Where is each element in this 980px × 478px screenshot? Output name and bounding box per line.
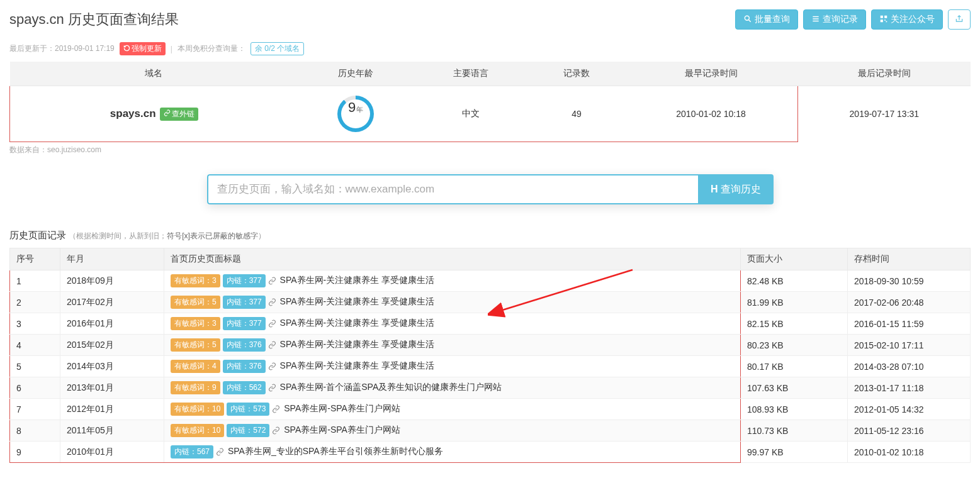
page-title-link[interactable]: SPA养生网-关注健康养生 享受健康生活: [280, 318, 435, 328]
cell-size: 80.23 KB: [741, 335, 848, 356]
records-subtitle-pre: （根据检测时间，从新到旧；: [69, 231, 167, 240]
domain-name: spays.cn: [110, 108, 156, 120]
cell-archived: 2017-02-06 20:48: [848, 292, 971, 313]
cell-no: 6: [10, 377, 60, 399]
age-unit: 年: [356, 105, 363, 114]
cell-ym: 2016年01月: [60, 313, 164, 335]
search-icon: [743, 14, 752, 25]
cell-title: 内链：567 SPA养生网_专业的SPA养生平台引领养生新时代心服务: [164, 442, 741, 463]
force-refresh-button[interactable]: 强制更新: [120, 42, 166, 55]
page-title-link[interactable]: SPA养生网-SPA养生门户网站: [284, 403, 400, 413]
cell-ym: 2011年05月: [60, 420, 164, 442]
follow-wechat-label: 关注公众号: [891, 14, 935, 25]
link-icon: [268, 339, 276, 349]
search-history-label: 查询历史: [721, 183, 761, 196]
cell-size: 107.63 KB: [741, 377, 848, 399]
last-updated-label: 最后更新于：2019-09-01 17:19: [9, 43, 115, 54]
cell-no: 5: [10, 356, 60, 377]
internal-links-tag: 内链：573: [227, 403, 269, 416]
last-record-time: 2019-07-17 13:31: [797, 86, 971, 142]
cell-no: 9: [10, 442, 60, 463]
free-queries-label: 本周免积分查询量：: [177, 43, 245, 54]
col-ym: 年月: [60, 248, 164, 270]
search-history-button[interactable]: H 查询历史: [698, 174, 774, 204]
cell-ym: 2018年09月: [60, 270, 164, 292]
cell-archived: 2013-01-17 11:18: [848, 377, 971, 399]
sensitive-words-tag: 有敏感词：9: [171, 381, 220, 394]
cell-title: 有敏感词：10内链：573 SPA养生网-SPA养生门户网站: [164, 399, 741, 420]
cell-ym: 2015年02月: [60, 335, 164, 356]
table-row: 72012年01月有敏感词：10内链：573 SPA养生网-SPA养生门户网站1…: [10, 399, 971, 420]
cell-ym: 2017年02月: [60, 292, 164, 313]
internal-links-tag: 内链：562: [223, 381, 266, 394]
svg-rect-9: [886, 21, 887, 22]
list-icon: [811, 14, 820, 25]
external-links-button[interactable]: 查外链: [160, 108, 198, 121]
page-title: spays.cn 历史页面查询结果: [9, 10, 179, 29]
svg-rect-5: [881, 15, 883, 18]
cell-no: 4: [10, 335, 60, 356]
cell-no: 1: [10, 270, 60, 292]
summary-row: spays.cn 查外链 9 年: [10, 86, 971, 142]
cell-no: 8: [10, 420, 60, 442]
summary-table: 域名 历史年龄 主要语言 记录数 最早记录时间 最后记录时间 spays.cn: [9, 62, 971, 142]
sensitive-words-tag: 有敏感词：4: [171, 360, 220, 373]
internal-links-tag: 内链：376: [223, 360, 266, 373]
col-age: 历史年龄: [298, 62, 413, 86]
link-icon: [268, 275, 276, 285]
sensitive-words-tag: 有敏感词：3: [171, 317, 220, 330]
cell-archived: 2016-01-15 11:59: [848, 313, 971, 335]
page-title-link[interactable]: SPA养生网-关注健康养生 享受健康生活: [280, 296, 435, 306]
cell-size: 81.99 KB: [741, 292, 848, 313]
page-title-link[interactable]: SPA养生网-关注健康养生 享受健康生活: [280, 360, 435, 370]
query-history-label: 查询记录: [823, 14, 858, 25]
follow-wechat-button[interactable]: 关注公众号: [871, 9, 943, 30]
cell-no: 7: [10, 399, 60, 420]
cell-size: 80.17 KB: [741, 356, 848, 377]
col-size: 页面大小: [741, 248, 848, 270]
separator: |: [171, 45, 172, 53]
col-archived: 存档时间: [848, 248, 971, 270]
page-title-link[interactable]: SPA养生网_专业的SPA养生平台引领养生新时代心服务: [228, 446, 443, 456]
svg-point-0: [745, 16, 749, 20]
cell-ym: 2012年01月: [60, 399, 164, 420]
page-title-link[interactable]: SPA养生网-关注健康养生 享受健康生活: [280, 275, 435, 285]
cell-title: 有敏感词：9内链：562 SPA养生网-首个涵盖SPA及养生知识的健康养生门户网…: [164, 377, 741, 399]
col-title: 首页历史页面标题: [164, 248, 741, 270]
col-records: 记录数: [529, 62, 625, 86]
table-row: 22017年02月有敏感词：5内链：377 SPA养生网-关注健康养生 享受健康…: [10, 292, 971, 313]
age-value: 9: [348, 99, 356, 116]
cell-title: 有敏感词：4内链：376 SPA养生网-关注健康养生 享受健康生活: [164, 356, 741, 377]
col-lang: 主要语言: [414, 62, 529, 86]
cell-size: 108.93 KB: [741, 399, 848, 420]
batch-query-button[interactable]: 批量查询: [735, 9, 798, 30]
cell-ym: 2010年01月: [60, 442, 164, 463]
cell-size: 82.15 KB: [741, 313, 848, 335]
table-row: 42015年02月有敏感词：5内链：376 SPA养生网-关注健康养生 享受健康…: [10, 335, 971, 356]
sensitive-words-tag: 有敏感词：3: [171, 274, 220, 287]
age-ring: 9 年: [337, 96, 374, 132]
col-no: 序号: [10, 248, 60, 270]
share-button[interactable]: [948, 9, 971, 30]
link-icon: [268, 360, 276, 370]
link-icon: [268, 382, 276, 392]
external-links-label: 查外链: [172, 109, 194, 119]
records-count: 49: [529, 86, 625, 142]
data-source-label: 数据来自：seo.juziseo.com: [9, 145, 971, 155]
refresh-icon: [123, 45, 130, 53]
cell-archived: 2015-02-10 17:11: [848, 335, 971, 356]
domain-search-input[interactable]: [207, 174, 698, 204]
table-row: 82011年05月有敏感词：10内链：572 SPA养生网-SPA养生门户网站1…: [10, 420, 971, 442]
table-row: 12018年09月有敏感词：3内链：377 SPA养生网-关注健康养生 享受健康…: [10, 270, 971, 292]
share-icon: [955, 15, 964, 25]
internal-links-tag: 内链：377: [223, 296, 266, 309]
page-title-link[interactable]: SPA养生网-关注健康养生 享受健康生活: [280, 339, 435, 349]
table-row: 52014年03月有敏感词：4内链：376 SPA养生网-关注健康养生 享受健康…: [10, 356, 971, 377]
cell-archived: 2018-09-30 10:59: [848, 270, 971, 292]
link-icon: [272, 425, 280, 435]
page-title-link[interactable]: SPA养生网-首个涵盖SPA及养生知识的健康养生门户网站: [280, 382, 502, 392]
col-domain: 域名: [10, 62, 298, 86]
query-history-button[interactable]: 查询记录: [803, 9, 866, 30]
table-row: 92010年01月内链：567 SPA养生网_专业的SPA养生平台引领养生新时代…: [10, 442, 971, 463]
page-title-link[interactable]: SPA养生网-SPA养生门户网站: [284, 425, 400, 435]
